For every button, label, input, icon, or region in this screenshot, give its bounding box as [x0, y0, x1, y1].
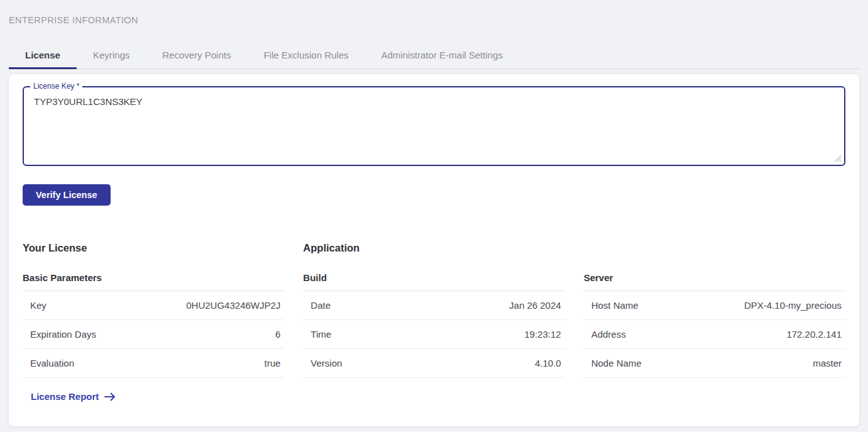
table-row: Date Jan 26 2024 — [303, 291, 564, 320]
row-value: DPX-4.10-my_precious — [744, 300, 842, 311]
tab-administrator-email-settings-label: Administrator E-mail Settings — [382, 50, 503, 60]
table-row: Time 19:23:12 — [303, 320, 564, 349]
row-label: Node Name — [591, 358, 642, 368]
tab-file-exclusion-rules-label: File Exclusion Rules — [263, 50, 348, 60]
table-row: Expiration Days 6 — [23, 320, 284, 349]
license-report-link[interactable]: License Report — [31, 391, 116, 402]
row-value: 4.10.0 — [535, 358, 561, 368]
license-key-textarea[interactable]: TYP3Y0URL1C3NS3KEY — [24, 87, 844, 165]
table-row: Node Name master — [584, 349, 845, 378]
server-header: Server — [584, 272, 845, 291]
table-row: Evaluation true — [23, 349, 284, 378]
row-value: 0HU2UG43246WJP2J — [186, 300, 280, 311]
build-column: Build Date Jan 26 2024 Time 19:23:12 Ver… — [303, 272, 564, 402]
row-value: 19:23:12 — [524, 329, 561, 340]
info-sections: Your License Application Basic Parameter… — [23, 242, 845, 402]
tab-administrator-email-settings[interactable]: Administrator E-mail Settings — [365, 42, 519, 69]
license-key-field: License Key * TYP3Y0URL1C3NS3KEY — [23, 86, 845, 166]
license-key-label: License Key * — [30, 82, 82, 91]
row-value: master — [813, 358, 842, 368]
row-label: Version — [310, 358, 342, 368]
tab-license[interactable]: License — [9, 42, 77, 69]
row-label: Expiration Days — [30, 329, 96, 340]
table-row: Host Name DPX-4.10-my_precious — [584, 291, 845, 320]
row-label: Date — [310, 300, 331, 311]
row-label: Host Name — [591, 300, 639, 311]
your-license-heading: Your License — [23, 242, 284, 254]
tab-file-exclusion-rules[interactable]: File Exclusion Rules — [247, 42, 365, 69]
your-license-column: Basic Parameters Key 0HU2UG43246WJP2J Ex… — [23, 272, 284, 402]
resize-handle-icon[interactable] — [833, 153, 842, 162]
row-label: Key — [30, 300, 47, 311]
arrow-right-icon — [104, 392, 116, 401]
build-header: Build — [303, 272, 564, 291]
tab-keyrings[interactable]: Keyrings — [77, 42, 146, 69]
table-row: Address 172.20.2.141 — [584, 320, 845, 349]
row-value: true — [264, 358, 280, 368]
server-column: Server Host Name DPX-4.10-my_precious Ad… — [584, 272, 845, 402]
row-value: 172.20.2.141 — [786, 329, 842, 340]
table-row: Version 4.10.0 — [303, 349, 564, 378]
license-card: License Key * TYP3Y0URL1C3NS3KEY Verify … — [9, 74, 859, 426]
tabbar: License Keyrings Recovery Points File Ex… — [9, 42, 859, 69]
build-table: Build Date Jan 26 2024 Time 19:23:12 Ver… — [303, 272, 564, 378]
table-row: Key 0HU2UG43246WJP2J — [23, 291, 284, 320]
row-label: Address — [591, 329, 626, 340]
row-value: 6 — [275, 329, 280, 340]
page-title: ENTERPRISE INFORMATION — [9, 15, 859, 25]
enterprise-information-page: ENTERPRISE INFORMATION License Keyrings … — [0, 15, 868, 426]
row-label: Time — [310, 329, 331, 340]
tab-recovery-points[interactable]: Recovery Points — [146, 42, 247, 69]
row-value: Jan 26 2024 — [509, 300, 561, 311]
tab-license-label: License — [25, 50, 60, 60]
tab-keyrings-label: Keyrings — [93, 50, 129, 60]
verify-license-button[interactable]: Verify License — [23, 184, 111, 206]
row-label: Evaluation — [30, 358, 74, 368]
application-heading: Application — [303, 242, 845, 254]
tab-recovery-points-label: Recovery Points — [162, 50, 231, 60]
license-report-link-label: License Report — [31, 391, 99, 402]
basic-parameters-header: Basic Parameters — [23, 272, 284, 291]
server-table: Server Host Name DPX-4.10-my_precious Ad… — [584, 272, 845, 378]
basic-parameters-table: Basic Parameters Key 0HU2UG43246WJP2J Ex… — [23, 272, 284, 378]
